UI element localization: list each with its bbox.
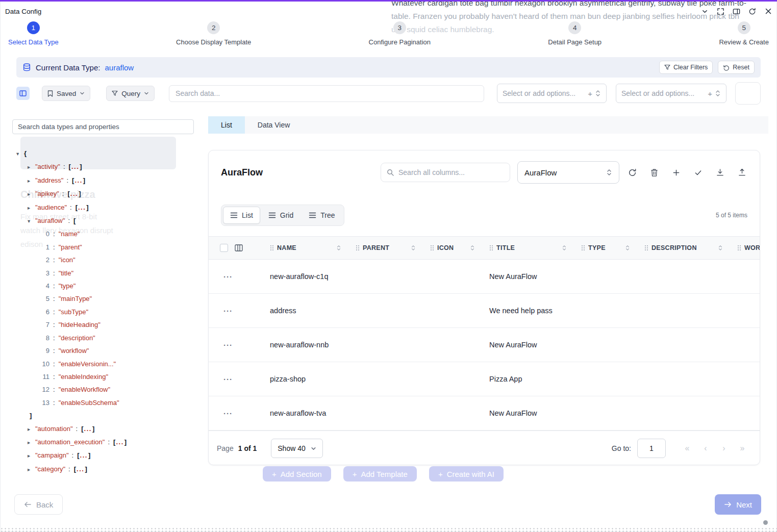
stepper-step[interactable]: 5 Review & Create xyxy=(719,21,769,46)
chevrons-up-down-icon[interactable] xyxy=(595,90,601,97)
fullscreen-icon[interactable] xyxy=(716,7,725,16)
tree-node-collapsed[interactable]: ▸"automation_execution":[...] xyxy=(12,436,194,449)
row-more-button[interactable]: ··· xyxy=(221,373,235,385)
table-row[interactable]: ··· new-auraflow-tva New AuraFlow xyxy=(209,396,760,430)
sort-icon[interactable] xyxy=(562,245,567,251)
sort-icon[interactable] xyxy=(625,245,630,251)
drag-handle-icon[interactable] xyxy=(581,245,585,251)
plus-icon[interactable]: + xyxy=(588,89,592,98)
sort-icon[interactable] xyxy=(336,245,341,251)
tree-collapsed-dots[interactable]: ... xyxy=(78,204,86,211)
tree-leaf-item[interactable]: 4:"type" xyxy=(12,280,194,292)
stepper-step[interactable]: 2 Choose Display Template xyxy=(176,21,251,46)
drag-handle-icon[interactable] xyxy=(737,245,741,251)
chevrons-up-down-icon[interactable] xyxy=(715,90,721,97)
tree-collapsed-dots[interactable]: ... xyxy=(71,163,79,170)
tree-leaf-item[interactable]: 5:"mainType" xyxy=(12,292,194,305)
expand-arrow-icon[interactable]: ▸ xyxy=(28,436,35,449)
select-all-checkbox[interactable] xyxy=(220,244,228,252)
tree-node-collapsed[interactable]: ▸"activity":[...] xyxy=(12,160,194,173)
tree-leaf-item[interactable]: 7:"hideHeading" xyxy=(12,318,194,331)
tree-leaf-item[interactable]: 9:"workflow" xyxy=(12,344,194,357)
stepper-step[interactable]: 1 Select Data Type xyxy=(8,21,59,46)
drag-handle-icon[interactable] xyxy=(489,245,493,251)
column-header[interactable]: TYPE xyxy=(578,237,641,259)
tree-collapsed-dots[interactable]: ... xyxy=(70,190,78,197)
drag-handle-icon[interactable] xyxy=(270,245,274,251)
sort-icon[interactable] xyxy=(470,245,475,251)
next-page-button[interactable]: › xyxy=(715,439,733,458)
saved-dropdown-button[interactable]: Saved xyxy=(42,86,90,101)
next-button[interactable]: Next xyxy=(715,494,761,515)
tree-collapsed-dots[interactable]: ... xyxy=(74,176,82,184)
table-row[interactable]: ··· pizza-shop Pizza App xyxy=(209,362,760,396)
view-mode-button[interactable]: Grid xyxy=(261,207,300,224)
expand-arrow-icon[interactable]: ▸ xyxy=(28,201,35,214)
expand-arrow-icon[interactable]: ▸ xyxy=(28,423,35,436)
refresh-icon[interactable] xyxy=(747,7,757,16)
sort-icon[interactable] xyxy=(718,245,723,251)
column-header[interactable]: ICON xyxy=(427,237,486,259)
close-icon[interactable] xyxy=(763,7,773,16)
expand-arrow-icon[interactable]: ▸ xyxy=(28,463,35,474)
row-more-button[interactable]: ··· xyxy=(221,271,235,282)
prev-page-button[interactable]: ‹ xyxy=(696,439,715,458)
column-header[interactable]: DESCRIPTION xyxy=(641,237,734,259)
plus-icon[interactable]: + xyxy=(708,89,712,98)
data-search-input[interactable] xyxy=(169,85,484,102)
column-header[interactable]: PARENT xyxy=(353,237,427,259)
tree-collapsed-dots[interactable]: ... xyxy=(84,425,92,433)
tree-collapsed-dots[interactable]: ... xyxy=(116,438,123,446)
column-header[interactable]: TITLE xyxy=(486,237,578,259)
last-page-button[interactable]: » xyxy=(733,439,751,458)
collapse-arrow-icon[interactable]: ▾ xyxy=(28,215,35,227)
drag-handle-icon[interactable] xyxy=(430,245,434,251)
toggle-sidebar-button[interactable] xyxy=(16,87,30,100)
column-settings-icon[interactable] xyxy=(235,244,243,251)
row-more-button[interactable]: ··· xyxy=(221,408,235,419)
upload-icon[interactable] xyxy=(736,167,747,178)
view-tab[interactable]: List xyxy=(208,116,245,134)
chevron-down-icon[interactable] xyxy=(700,7,710,16)
page-size-select[interactable]: Show 40 xyxy=(271,439,322,458)
tree-node-collapsed[interactable]: ▸"apikey":[...] xyxy=(12,187,194,200)
toolbar-extra-button[interactable] xyxy=(735,82,761,105)
side-panel-icon[interactable] xyxy=(732,7,741,16)
sort-icon[interactable] xyxy=(411,245,416,251)
check-icon[interactable] xyxy=(692,167,704,178)
view-mode-button[interactable]: List xyxy=(223,207,260,224)
table-row[interactable]: ··· new-auraflow-c1q New AuraFlow xyxy=(209,260,760,294)
tree-leaf-item[interactable]: 2:"icon" xyxy=(12,254,194,266)
tree-leaf-item[interactable]: 11:"enableIndexing" xyxy=(12,370,194,383)
tree-node-collapsed[interactable]: ▸"campaign":[...] xyxy=(12,449,194,462)
tree-node-collapsed[interactable]: ▸"category":[...] xyxy=(12,463,194,474)
tree-node-collapsed[interactable]: ▸"audience":[...] xyxy=(12,201,194,214)
options-multiselect-2[interactable]: Select or add options... + xyxy=(616,84,726,103)
column-header[interactable]: NAME xyxy=(267,237,353,259)
plus-icon[interactable] xyxy=(670,167,682,178)
row-more-button[interactable]: ··· xyxy=(221,305,235,316)
tree-leaf-item[interactable]: 0:"name" xyxy=(12,227,194,240)
reset-button[interactable]: Reset xyxy=(718,61,755,74)
tree-collapsed-dots[interactable]: ... xyxy=(77,465,84,473)
tree-leaf-item[interactable]: 8:"description" xyxy=(12,332,194,344)
trash-icon[interactable] xyxy=(648,167,660,178)
stepper-step[interactable]: 4 Detail Page Setup xyxy=(548,21,601,46)
tree-leaf-item[interactable]: 12:"enableWorkflow" xyxy=(12,383,194,396)
drag-handle-icon[interactable] xyxy=(644,245,648,251)
current-data-type-value-link[interactable]: auraflow xyxy=(105,63,134,72)
view-mode-button[interactable]: Tree xyxy=(302,207,342,224)
expand-arrow-icon[interactable]: ▸ xyxy=(28,174,35,187)
table-row[interactable]: ··· new-auraflow-nnb New AuraFlow xyxy=(209,328,760,362)
clear-filters-button[interactable]: Clear Filters xyxy=(659,61,713,74)
expand-arrow-icon[interactable]: ▸ xyxy=(28,188,35,200)
tree-leaf-item[interactable]: 1:"parent" xyxy=(12,241,194,254)
data-type-select[interactable]: AuraFlow xyxy=(517,161,619,184)
download-icon[interactable] xyxy=(714,167,725,178)
table-row[interactable]: ··· address We need help pass xyxy=(209,294,760,328)
tree-leaf-item[interactable]: 10:"enableVersionin..." xyxy=(12,358,194,370)
sync-icon[interactable] xyxy=(626,167,638,178)
options-multiselect-1[interactable]: Select or add options... + xyxy=(497,84,607,103)
tree-node-collapsed[interactable]: ▸"automation":[...] xyxy=(12,422,194,436)
tree-node-collapsed[interactable]: ▸"address":[...] xyxy=(12,174,194,187)
